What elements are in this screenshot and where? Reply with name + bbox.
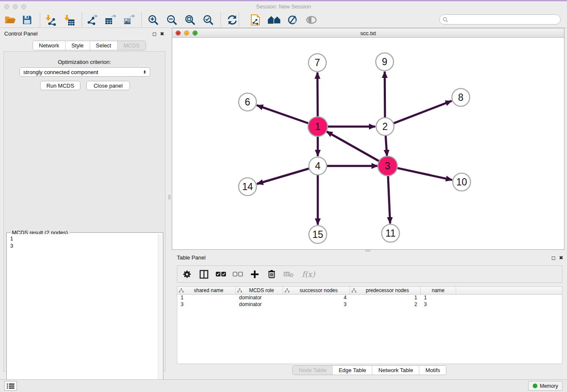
- table-cell[interactable]: 1: [177, 295, 236, 301]
- edge-1-6[interactable]: [257, 105, 309, 124]
- node-label-3: 3: [385, 160, 391, 171]
- eye-icon: [306, 15, 317, 25]
- table-row[interactable]: 3dominator323: [177, 301, 562, 308]
- mcds-result-line: 1: [10, 235, 158, 242]
- column-label: shared name: [184, 287, 234, 293]
- sort-tree-icon: [237, 288, 242, 293]
- float-panel-icon[interactable]: ◻: [152, 31, 157, 37]
- table-cell[interactable]: dominator: [236, 301, 283, 308]
- table-cell[interactable]: 3: [283, 301, 350, 308]
- criterion-select[interactable]: strongly connected component ▲▼: [19, 67, 150, 77]
- tab-network-table[interactable]: Network Table: [372, 366, 419, 375]
- close-table-panel-icon[interactable]: ✖: [559, 255, 563, 261]
- hide-labels-button[interactable]: [285, 13, 300, 27]
- close-panel-button[interactable]: Close panel: [86, 81, 130, 90]
- search-input[interactable]: [450, 17, 560, 22]
- tab-style[interactable]: Style: [66, 41, 90, 50]
- import-table-icon: [63, 14, 75, 26]
- mcds-result-text[interactable]: 13: [7, 234, 158, 392]
- export-image-icon: [123, 14, 135, 26]
- zoom-in-icon: [148, 14, 159, 25]
- task-history-button[interactable]: [4, 381, 17, 391]
- toolbar-separator: [82, 13, 82, 27]
- close-panel-icon[interactable]: ✖: [160, 31, 164, 37]
- table-cell[interactable]: dominator: [236, 295, 283, 301]
- main-toolbar: [0, 12, 567, 28]
- node-label-2: 2: [383, 121, 388, 132]
- tab-select[interactable]: Select: [90, 41, 118, 50]
- edge-3-1[interactable]: [326, 131, 380, 161]
- export-table-button[interactable]: [103, 13, 118, 27]
- hide-labels-icon: [287, 14, 298, 25]
- toolbar-separator: [40, 13, 40, 27]
- table-options-button[interactable]: [182, 269, 193, 280]
- zoom-in-button[interactable]: [146, 13, 161, 27]
- vertical-splitter-handle[interactable]: [168, 195, 171, 199]
- export-network-icon: [86, 14, 98, 26]
- search-box[interactable]: [439, 14, 561, 25]
- toolbar-separator: [239, 13, 239, 27]
- select-all-button[interactable]: [215, 269, 226, 280]
- tab-network[interactable]: Network: [33, 41, 66, 50]
- control-panel-tabs: NetworkStyleSelectMCDS: [33, 41, 146, 50]
- edge-2-8[interactable]: [394, 101, 452, 123]
- edge-3-10[interactable]: [396, 168, 452, 180]
- delete-column-button[interactable]: [266, 269, 277, 280]
- import-table-button[interactable]: [62, 13, 77, 27]
- refresh-icon: [227, 14, 238, 25]
- mcds-result-line: 3: [10, 242, 158, 249]
- tab-node-table[interactable]: Node Table: [293, 366, 333, 375]
- edge-1-7[interactable]: [317, 72, 318, 117]
- column-header-MCDS-role[interactable]: MCDS role: [236, 287, 283, 294]
- optimization-criterion-label: Optimization criterion:: [4, 59, 165, 65]
- import-network-button[interactable]: [43, 13, 58, 27]
- edge-3-11[interactable]: [388, 175, 390, 224]
- edge-2-3[interactable]: [385, 136, 387, 156]
- table-cell[interactable]: 3: [177, 301, 236, 308]
- zoom-out-button[interactable]: [164, 13, 179, 27]
- edge-2-9[interactable]: [385, 72, 385, 117]
- add-column-button[interactable]: [249, 269, 260, 280]
- zoom-selected-button[interactable]: [201, 13, 216, 27]
- deselect-all-button[interactable]: [232, 269, 243, 280]
- column-header-predecessor-nodes[interactable]: predecessor nodes: [350, 287, 421, 294]
- tab-motifs[interactable]: Motifs: [419, 366, 446, 375]
- open-session-button[interactable]: [3, 13, 18, 27]
- table-cell[interactable]: 1: [350, 295, 421, 301]
- column-header-shared-name[interactable]: shared name: [177, 287, 236, 294]
- clone-network-button[interactable]: [248, 13, 263, 27]
- column-header-successor-nodes[interactable]: successor nodes: [283, 287, 350, 294]
- tab-mcds[interactable]: MCDS: [118, 41, 146, 50]
- memory-button[interactable]: Memory: [528, 381, 563, 391]
- table-cell[interactable]: 1: [421, 295, 456, 301]
- sort-tree-icon: [352, 288, 356, 293]
- run-mcds-button[interactable]: Run MCDS: [40, 81, 80, 90]
- show-hide-button[interactable]: [304, 13, 319, 27]
- plus-icon: [250, 270, 259, 279]
- table-row[interactable]: 1dominator411: [177, 295, 562, 301]
- export-network-button[interactable]: [85, 13, 100, 27]
- first-neighbors-button[interactable]: [267, 13, 282, 27]
- refresh-view-button[interactable]: [225, 13, 240, 27]
- export-image-button[interactable]: [121, 13, 137, 27]
- column-header-name[interactable]: name: [421, 287, 456, 294]
- table-cell[interactable]: 4: [283, 295, 350, 301]
- table-cell[interactable]: 2: [350, 301, 421, 308]
- table-toolbar: f(x): [177, 265, 562, 283]
- edge-4-14[interactable]: [257, 168, 309, 184]
- node-table[interactable]: shared nameMCDS rolesuccessor nodesprede…: [177, 286, 562, 364]
- node-label-11: 11: [385, 228, 396, 239]
- tab-edge-table[interactable]: Edge Table: [333, 366, 372, 375]
- table-panel-title: Table Panel: [177, 254, 206, 261]
- table-cell[interactable]: 3: [421, 301, 456, 308]
- mcds-result-scrollbar[interactable]: [158, 234, 162, 392]
- network-graph-canvas[interactable]: 7968124314101511: [172, 38, 564, 249]
- network-window-titlebar[interactable]: ✕ − + scc.txt: [172, 28, 564, 38]
- zoom-fit-button[interactable]: [182, 13, 198, 27]
- save-session-button[interactable]: [19, 13, 35, 27]
- export-table-icon: [105, 14, 116, 26]
- zoom-fit-icon: [184, 14, 195, 25]
- float-table-panel-icon[interactable]: ◻: [551, 255, 556, 261]
- toolbar-separator: [220, 13, 221, 27]
- show-columns-button[interactable]: [198, 269, 209, 280]
